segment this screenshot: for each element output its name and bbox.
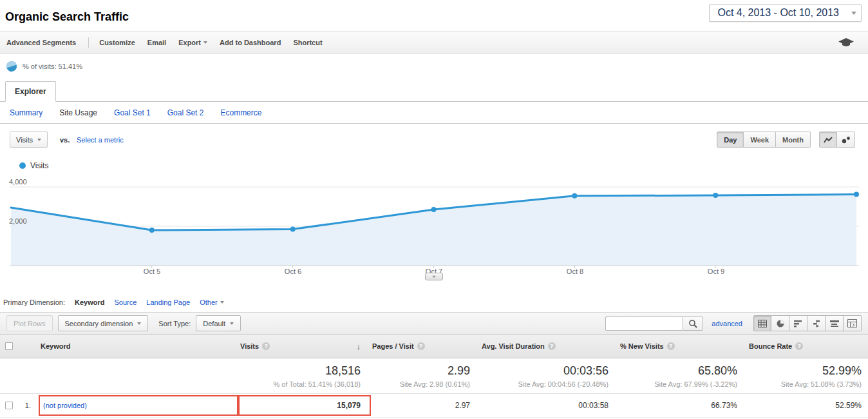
bounce-rate-column-label: Bounce Rate [749, 342, 792, 350]
percentage-view-button[interactable] [771, 315, 789, 331]
help-icon[interactable]: ? [667, 342, 675, 350]
customize-button[interactable]: Customize [99, 39, 135, 46]
chevron-down-icon [432, 275, 436, 278]
toolbar-divider [88, 37, 89, 48]
dimension-source[interactable]: Source [114, 298, 137, 306]
performance-view-button[interactable] [789, 315, 807, 331]
row-bounce-rate-value: 52.59% [744, 401, 868, 410]
sort-type-dropdown[interactable]: Default [196, 315, 241, 331]
help-icon[interactable]: ? [548, 342, 556, 350]
new-visits-column-label: % New Visits [620, 342, 664, 350]
metric-dropdown[interactable]: Visits [10, 132, 48, 148]
report-tab-strip: Explorer [0, 79, 868, 102]
shortcut-button[interactable]: Shortcut [293, 39, 322, 46]
add-to-dashboard-button[interactable]: Add to Dashboard [220, 39, 281, 46]
primary-dimension-row: Primary Dimension: Keyword Source Landin… [0, 282, 868, 312]
row-new-visits-value: 66.73% [615, 401, 744, 410]
explorer-subnav: Summary Site Usage Goal Set 1 Goal Set 2… [0, 102, 868, 124]
summary-pages-value: 2.99 [367, 364, 470, 378]
table-search-input[interactable] [605, 317, 683, 331]
summary-bounce-rate-cell: 52.99% Site Avg: 51.08% (3.73%) [744, 358, 868, 393]
x-axis-tick-oct9: Oct 9 [697, 268, 735, 275]
row-pages-per-visit-value: 2.97 [367, 401, 476, 410]
primary-dimension-label: Primary Dimension: [3, 298, 65, 306]
report-header: Organic Search Traffic Oct 4, 2013 - Oct… [0, 0, 868, 31]
avg-duration-column-label: Avg. Visit Duration [482, 342, 545, 350]
summary-new-visits-cell: 65.80% Site Avg: 67.99% (-3.22%) [615, 358, 744, 393]
granularity-month-button[interactable]: Month [776, 132, 811, 148]
date-range-caret [847, 5, 861, 21]
segment-info-row: % of visits: 51.41% [0, 54, 868, 79]
chevron-down-icon [220, 301, 224, 304]
help-icon[interactable]: ? [417, 342, 425, 350]
term-cloud-view-button[interactable] [826, 315, 844, 331]
dimension-keyword[interactable]: Keyword [75, 298, 104, 306]
pivot-view-button[interactable] [844, 315, 862, 331]
row-checkbox[interactable] [5, 402, 13, 409]
keyword-link[interactable]: (not provided) [35, 402, 235, 409]
tab-explorer[interactable]: Explorer [5, 81, 56, 102]
email-button[interactable]: Email [147, 39, 166, 46]
table-view-switcher [753, 315, 862, 331]
column-header-pages-per-visit[interactable]: Pages / Visit? [367, 335, 476, 358]
summary-duration-subtext: Site Avg: 00:04:56 (-20.48%) [476, 380, 609, 388]
column-header-bounce-rate[interactable]: Bounce Rate? [744, 335, 868, 358]
chevron-down-icon [37, 139, 41, 141]
date-range-text: Oct 4, 2013 - Oct 10, 2013 [710, 7, 847, 19]
table-toolbar: Plot Rows Secondary dimension Sort Type:… [0, 312, 868, 335]
column-header-avg-visit-duration[interactable]: Avg. Visit Duration? [476, 335, 615, 358]
date-range-picker[interactable]: Oct 4, 2013 - Oct 10, 2013 [709, 4, 862, 22]
subnav-goal-set-2[interactable]: Goal Set 2 [167, 108, 204, 117]
subnav-site-usage[interactable]: Site Usage [59, 108, 97, 117]
dimension-other[interactable]: Other [200, 298, 224, 306]
chart-timeline-scrubber-handle[interactable] [425, 273, 443, 280]
table-toolbar-right: advanced [605, 315, 862, 331]
chevron-down-icon [137, 322, 141, 325]
subnav-summary[interactable]: Summary [10, 108, 42, 117]
search-button[interactable] [683, 317, 703, 331]
column-header-visits[interactable]: Visits ? ↓ [235, 335, 367, 358]
y-axis-tick-2000: 2,000 [9, 217, 27, 225]
header-checkbox-cell [0, 335, 35, 358]
x-axis-tick-oct6: Oct 6 [274, 268, 312, 275]
sort-descending-icon[interactable]: ↓ [357, 342, 361, 351]
x-axis-tick-oct5: Oct 5 [133, 268, 171, 275]
advanced-segments-button[interactable]: Advanced Segments [6, 39, 76, 46]
comparison-view-button[interactable] [807, 315, 826, 331]
advanced-search-link[interactable]: advanced [712, 320, 742, 327]
table-header-row: Keyword Visits ? ↓ Pages / Visit? Avg. V… [0, 335, 868, 358]
dimension-landing-page[interactable]: Landing Page [146, 298, 190, 306]
column-header-keyword[interactable]: Keyword [35, 335, 235, 358]
subnav-goal-set-1[interactable]: Goal Set 1 [114, 108, 151, 117]
select-all-checkbox[interactable] [5, 342, 13, 350]
visits-column-label: Visits [240, 342, 259, 350]
row-avg-duration-value: 00:03:58 [476, 401, 615, 410]
data-table-view-button[interactable] [753, 315, 771, 331]
education-graduation-cap-icon[interactable] [838, 38, 854, 49]
plot-rows-button[interactable]: Plot Rows [6, 315, 53, 331]
export-button[interactable]: Export [178, 39, 207, 46]
percent-of-visits-label: % of visits: 51.41% [23, 63, 82, 70]
chart-type-toggle [819, 132, 855, 148]
keyword-column-label: Keyword [41, 342, 70, 350]
select-a-metric-link[interactable]: Select a metric [77, 136, 124, 144]
table-row: 1. (not provided) 15,079 2.97 00:03:58 6… [0, 394, 868, 418]
row-index-cell: 1. [0, 402, 35, 409]
y-axis-tick-4000: 4,000 [9, 178, 27, 186]
visits-line-chart [0, 175, 868, 282]
column-header-pct-new-visits[interactable]: % New Visits? [615, 335, 744, 358]
metric-picker-row: Visits vs. Select a metric Day Week Mont… [0, 124, 868, 156]
dimension-other-label: Other [200, 298, 218, 306]
summary-bounce-value: 52.99% [744, 364, 862, 378]
chevron-down-icon [230, 322, 234, 325]
subnav-ecommerce[interactable]: Ecommerce [220, 108, 261, 117]
table-summary-row: 18,516 % of Total: 51.41% (36,018) 2.99 … [0, 358, 868, 394]
granularity-day-button[interactable]: Day [717, 132, 744, 148]
line-chart-view-button[interactable] [819, 132, 837, 148]
sort-type-value: Default [203, 320, 225, 327]
granularity-week-button[interactable]: Week [744, 132, 776, 148]
motion-chart-view-button[interactable] [837, 132, 855, 148]
help-icon[interactable]: ? [795, 342, 803, 350]
secondary-dimension-dropdown[interactable]: Secondary dimension [58, 315, 149, 331]
help-icon[interactable]: ? [262, 342, 270, 350]
